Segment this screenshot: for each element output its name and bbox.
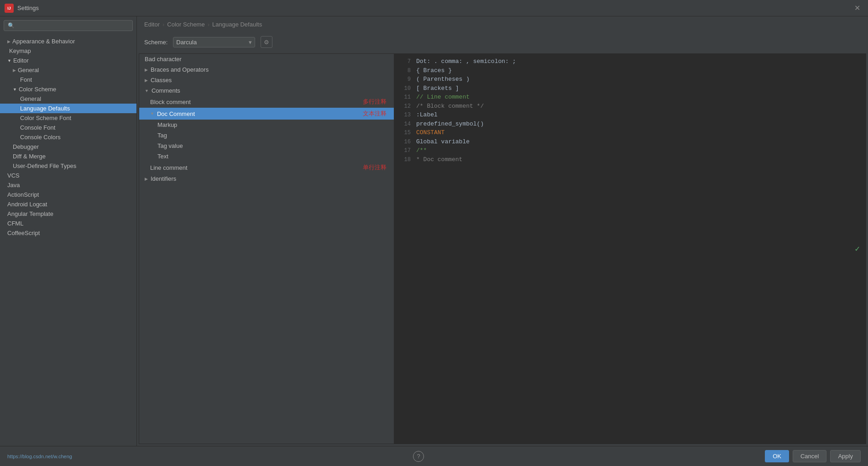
sidebar-item-console-font[interactable]: Console Font xyxy=(0,123,136,132)
block-comment-preview: 多行注释 xyxy=(363,98,387,106)
color-item-braces-operators[interactable]: ▶ Braces and Operators xyxy=(139,64,394,75)
line-content: ( Parentheses ) xyxy=(416,75,470,84)
sidebar-item-language-defaults[interactable]: Language Defaults xyxy=(0,104,136,113)
item-label: Tag xyxy=(157,132,167,139)
settings-tree: ▶ Appearance & Behavior Keymap ▼ Editor … xyxy=(0,35,136,446)
color-item-text[interactable]: Text xyxy=(139,151,394,162)
apply-button[interactable]: Apply xyxy=(830,450,861,462)
code-preview: 7 Dot: . comma: , semicolon: ; 8 { Brace… xyxy=(394,53,866,168)
line-number: 8 xyxy=(396,67,411,75)
color-item-doc-comment[interactable]: ▼ Doc Comment 文本注释 xyxy=(139,108,394,120)
sidebar-item-debugger[interactable]: Debugger xyxy=(0,142,136,152)
sidebar-item-angular-template[interactable]: Angular Template xyxy=(0,209,136,219)
code-line: 14 predefined_symbol() xyxy=(396,120,864,129)
sidebar-item-vcs[interactable]: VCS xyxy=(0,171,136,180)
split-pane: Bad character ▶ Braces and Operators ▶ C… xyxy=(137,52,868,446)
sidebar-item-user-defined[interactable]: User-Defined File Types xyxy=(0,161,136,171)
ok-button[interactable]: OK xyxy=(765,450,789,462)
color-item-classes[interactable]: ▶ Classes xyxy=(139,75,394,85)
breadcrumb-editor: Editor xyxy=(144,21,160,28)
code-line: 13 :Label xyxy=(396,110,864,120)
item-label: Markup xyxy=(157,121,177,128)
preview-panel: 7 Dot: . comma: , semicolon: ; 8 { Brace… xyxy=(394,53,866,444)
sidebar-item-color-scheme-general[interactable]: General xyxy=(0,94,136,104)
arrow-icon: ▶ xyxy=(145,68,148,72)
color-item-bad-character[interactable]: Bad character xyxy=(139,54,394,64)
color-item-line-comment[interactable]: Line comment 单行注释 xyxy=(139,162,394,173)
sidebar-item-java[interactable]: Java xyxy=(0,180,136,190)
item-label: Tag value xyxy=(157,142,183,149)
sidebar-item-diff-merge[interactable]: Diff & Merge xyxy=(0,152,136,161)
color-item-tag[interactable]: Tag xyxy=(139,130,394,141)
gear-icon: ⚙ xyxy=(264,39,269,46)
line-number: 16 xyxy=(396,138,411,146)
sidebar-item-appearance-behavior[interactable]: ▶ Appearance & Behavior xyxy=(0,37,136,46)
check-icon: ✓ xyxy=(855,244,860,254)
line-number: 14 xyxy=(396,120,411,128)
code-line: 8 { Braces } xyxy=(396,66,864,75)
doc-comment-preview: 文本注释 xyxy=(363,110,387,118)
sidebar-label: Language Defaults xyxy=(20,105,70,112)
search-input[interactable] xyxy=(17,22,129,29)
line-number: 15 xyxy=(396,129,411,137)
item-label: Identifiers xyxy=(151,175,176,182)
sidebar-label: Android Logcat xyxy=(7,201,47,208)
sidebar-label: Angular Template xyxy=(7,210,53,217)
color-item-tag-value[interactable]: Tag value xyxy=(139,141,394,151)
sidebar-item-cfml[interactable]: CFML xyxy=(0,219,136,228)
code-line: 7 Dot: . comma: , semicolon: ; xyxy=(396,57,864,66)
sidebar-item-general[interactable]: ▶ General xyxy=(0,65,136,75)
search-box[interactable]: 🔍 xyxy=(4,20,133,31)
line-comment-preview: 单行注释 xyxy=(363,163,387,172)
help-button[interactable]: ? xyxy=(413,451,424,462)
chevron-down-icon: ▾ xyxy=(249,39,252,46)
sidebar-item-android-logcat[interactable]: Android Logcat xyxy=(0,199,136,209)
arrow-icon: ▼ xyxy=(145,89,149,93)
arrow-icon: ▼ xyxy=(150,111,154,116)
sidebar-item-actionscript[interactable]: ActionScript xyxy=(0,190,136,199)
color-item-identifiers[interactable]: ▶ Identifiers xyxy=(139,173,394,184)
scheme-dropdown[interactable]: Darcula ▾ xyxy=(173,37,255,47)
bottom-bar: https://blog.csdn.net/w.cheng ? OK Cance… xyxy=(0,446,868,466)
sidebar-label: Font xyxy=(20,76,32,83)
line-number: 9 xyxy=(396,75,411,84)
color-item-markup[interactable]: Markup xyxy=(139,120,394,130)
item-label: Comments xyxy=(152,87,180,94)
window-title: Settings xyxy=(17,5,39,11)
sidebar-item-coffeescript[interactable]: CoffeeScript xyxy=(0,228,136,238)
scheme-bar: Scheme: Darcula ▾ ⚙ xyxy=(137,32,868,52)
line-content: { Braces } xyxy=(416,66,452,75)
main-panel: Editor › Color Scheme › Language Default… xyxy=(137,16,868,446)
cancel-button[interactable]: Cancel xyxy=(793,450,826,462)
line-number: 12 xyxy=(396,102,411,110)
sidebar-item-console-colors[interactable]: Console Colors xyxy=(0,132,136,142)
sidebar-item-keymap[interactable]: Keymap xyxy=(0,46,136,56)
line-content: Global variable xyxy=(416,137,470,147)
breadcrumb-sep2: › xyxy=(208,21,209,28)
sidebar-item-font[interactable]: Font xyxy=(0,75,136,84)
color-item-comments[interactable]: ▼ Comments xyxy=(139,85,394,96)
sidebar-label: CFML xyxy=(7,220,23,227)
line-content: // Line comment xyxy=(416,93,470,102)
code-line: 9 ( Parentheses ) xyxy=(396,75,864,84)
sidebar-item-color-scheme[interactable]: ▼ Color Scheme xyxy=(0,84,136,94)
sidebar-label: Color Scheme xyxy=(19,86,56,93)
color-item-block-comment[interactable]: Block comment 多行注释 xyxy=(139,96,394,108)
line-content: /** xyxy=(416,146,427,155)
code-line: 15 CONSTANT xyxy=(396,128,864,137)
code-line: 11 // Line comment xyxy=(396,93,864,102)
arrow-icon: ▶ xyxy=(7,39,10,44)
breadcrumb-sep1: › xyxy=(162,21,164,28)
sidebar-item-color-scheme-font[interactable]: Color Scheme Font xyxy=(0,113,136,123)
code-line: 16 Global variable xyxy=(396,137,864,147)
sidebar-label: ActionScript xyxy=(7,191,39,198)
sidebar-item-editor[interactable]: ▼ Editor xyxy=(0,56,136,65)
close-button[interactable]: ✕ xyxy=(851,2,863,15)
line-content: Dot: . comma: , semicolon: ; xyxy=(416,57,516,66)
line-number: 13 xyxy=(396,111,411,119)
breadcrumb-language-defaults: Language Defaults xyxy=(212,21,262,28)
content-area: 🔍 ▶ Appearance & Behavior Keymap ▼ Edito… xyxy=(0,16,868,446)
sidebar-label: Diff & Merge xyxy=(13,153,46,160)
sidebar-label: Debugger xyxy=(13,143,39,150)
gear-button[interactable]: ⚙ xyxy=(261,36,272,48)
